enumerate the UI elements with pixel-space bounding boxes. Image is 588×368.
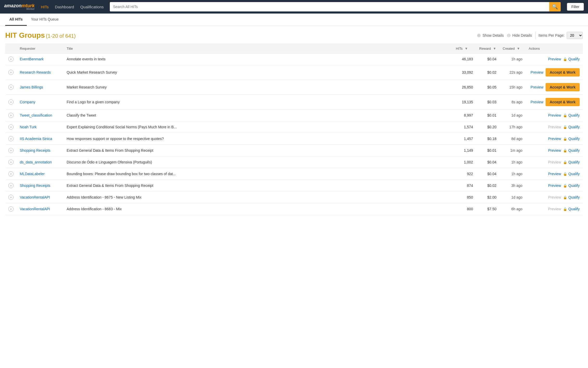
hide-details-icon: ⊖	[507, 33, 511, 38]
actions-cell: Preview🔒 Qualify	[529, 172, 580, 176]
requester-link[interactable]: Tweet_classification	[20, 113, 52, 117]
preview-link[interactable]: Preview	[548, 137, 561, 141]
qualify-button[interactable]: 🔒 Qualify	[563, 183, 580, 188]
table-row: +VacationRentalAPIAddress Identification…	[5, 203, 583, 215]
requester-link[interactable]: VacationRentalAPI	[20, 195, 50, 199]
add-hit-icon[interactable]: +	[8, 56, 14, 62]
preview-link[interactable]: Preview	[531, 85, 544, 89]
preview-link[interactable]: Preview	[531, 100, 544, 104]
lock-icon: 🔒	[563, 184, 567, 188]
add-hit-icon[interactable]: +	[8, 113, 14, 118]
reward-value: $0.03	[487, 100, 496, 104]
qualify-button[interactable]: 🔒 Qualify	[563, 148, 580, 153]
preview-link[interactable]: Preview	[548, 183, 561, 188]
requester-link[interactable]: EventBenmark	[20, 57, 44, 61]
reward-value: $0.18	[487, 137, 496, 141]
requester-link[interactable]: MLDataLabeler	[20, 172, 45, 176]
requester-link[interactable]: Shopping Receipts	[20, 148, 50, 153]
add-hit-icon[interactable]: +	[8, 160, 14, 165]
accept-work-button[interactable]: Accept & Work	[546, 98, 580, 106]
hit-title: Market Research Survey	[67, 85, 107, 89]
hit-title: Quick Market Research Survey	[67, 70, 117, 74]
search-button[interactable]: 🔍	[549, 2, 561, 11]
requester-link[interactable]: VacationRentalAPI	[20, 207, 50, 211]
reward-value: $0.04	[487, 172, 496, 176]
show-details-button[interactable]: ⊕ Show Details	[477, 33, 504, 38]
actions-cell: PreviewAccept & Work	[529, 68, 580, 77]
filter-button[interactable]: Filter	[567, 3, 584, 11]
preview-link[interactable]: Preview	[548, 172, 561, 176]
table-row: +Tweet_classificationClassify the Tweet8…	[5, 110, 583, 121]
page-header: HIT Groups (1-20 of 641) ⊕ Show Details …	[5, 31, 583, 40]
hits-count: 1,457	[464, 137, 473, 141]
lock-icon: 🔒	[563, 113, 567, 117]
add-hit-icon[interactable]: +	[8, 70, 14, 75]
table-row: +Noah TurkExpert Explaining Conditional …	[5, 121, 583, 133]
items-per-page-select[interactable]: 20 50 100	[567, 32, 583, 39]
qualify-button[interactable]: 🔒 Qualify	[563, 57, 580, 61]
created-time: 1h ago	[511, 57, 522, 61]
add-hit-icon[interactable]: +	[8, 183, 14, 188]
qualify-button[interactable]: 🔒 Qualify	[563, 137, 580, 141]
qualify-button[interactable]: 🔒 Qualify	[563, 125, 580, 129]
requester-link[interactable]: Company	[20, 100, 35, 104]
add-hit-icon[interactable]: +	[8, 136, 14, 141]
tab-hits-queue[interactable]: Your HITs Queue	[27, 14, 63, 26]
add-hit-icon[interactable]: +	[8, 148, 14, 153]
add-hit-icon[interactable]: +	[8, 124, 14, 130]
created-time: 15h ago	[509, 85, 522, 89]
hit-title: Extract General Data & Items From Shoppi…	[67, 183, 153, 188]
accept-work-button[interactable]: Accept & Work	[546, 68, 580, 77]
hits-count: 922	[467, 172, 473, 176]
tab-all-hits[interactable]: All HITs	[5, 14, 27, 26]
preview-link[interactable]: Preview	[548, 148, 561, 153]
created-sort-icon: ▼	[517, 47, 520, 50]
qualify-button[interactable]: 🔒 Qualify	[563, 195, 580, 199]
add-hit-icon[interactable]: +	[8, 85, 14, 90]
col-header-created[interactable]: Created ▼	[500, 44, 526, 53]
created-time: 1m ago	[510, 148, 522, 153]
nav-hits[interactable]: HITs	[41, 5, 49, 9]
accept-work-button[interactable]: Accept & Work	[546, 83, 580, 91]
requester-link[interactable]: IIS Academia Sinica	[20, 137, 52, 141]
requester-link[interactable]: Shopping Receipts	[20, 183, 50, 188]
preview-link[interactable]: Preview	[531, 70, 544, 74]
add-hit-icon[interactable]: +	[8, 195, 14, 200]
requester-link[interactable]: Research Rewards	[20, 70, 51, 74]
col-header-hits[interactable]: HITs ▼	[453, 44, 476, 53]
preview-link: Preview	[548, 195, 561, 199]
actions-cell: Preview🔒 Qualify	[529, 160, 580, 164]
created-time: 8s ago	[512, 100, 522, 104]
qualify-button[interactable]: 🔒 Qualify	[563, 207, 580, 211]
lock-icon: 🔒	[563, 160, 567, 164]
qualify-button[interactable]: 🔒 Qualify	[563, 113, 580, 117]
qualify-button[interactable]: 🔒 Qualify	[563, 160, 580, 164]
reward-sort-icon: ▼	[493, 47, 496, 50]
add-hit-icon[interactable]: +	[8, 206, 14, 212]
actions-cell: Preview🔒 Qualify	[529, 57, 580, 61]
reward-value: $2.00	[487, 195, 496, 199]
preview-link[interactable]: Preview	[548, 57, 561, 61]
table-header-row: Requester Title HITs ▼ Reward ▼ Created …	[5, 44, 583, 53]
reward-value: $0.01	[487, 113, 496, 117]
hide-details-button[interactable]: ⊖ Hide Details	[507, 33, 532, 38]
qualify-button[interactable]: 🔒 Qualify	[563, 172, 580, 176]
search-bar: 🔍	[110, 2, 560, 11]
table-row: +IIS Academia SinicaHow responses suppor…	[5, 133, 583, 145]
hit-title: Annotate events in texts	[67, 57, 105, 61]
actions-cell: Preview🔒 Qualify	[529, 137, 580, 141]
search-input[interactable]	[110, 2, 549, 11]
requester-link[interactable]: Noah Turk	[20, 125, 37, 129]
hit-title: How responses support or oppose to the r…	[67, 137, 164, 141]
add-hit-icon[interactable]: +	[8, 99, 14, 105]
table-row: +MLDataLabelerBounding boxes: Please dra…	[5, 168, 583, 180]
add-hit-icon[interactable]: +	[8, 171, 14, 176]
table-row: +Shopping ReceiptsExtract General Data &…	[5, 145, 583, 156]
requester-link[interactable]: ds_data_annotation	[20, 160, 52, 164]
nav-qualifications[interactable]: Qualifications	[80, 5, 104, 9]
preview-link[interactable]: Preview	[548, 113, 561, 117]
nav-dashboard[interactable]: Dashboard	[55, 5, 74, 9]
col-header-reward[interactable]: Reward ▼	[476, 44, 500, 53]
navbar: amazonmturk Worker HITs Dashboard Qualif…	[0, 0, 588, 14]
requester-link[interactable]: James Billings	[20, 85, 43, 89]
